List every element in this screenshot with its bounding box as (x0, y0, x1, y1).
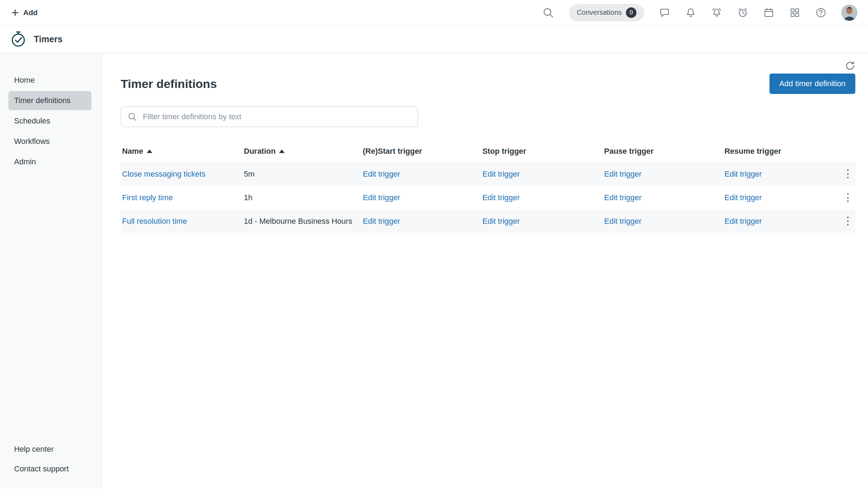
timer-definitions-table: Name Duration (Re)Start trigger Stop tri… (121, 140, 855, 233)
timer-name-link[interactable]: First reply time (122, 193, 173, 202)
column-header-stop-trigger: Stop trigger (481, 140, 603, 162)
bell-icon[interactable] (685, 7, 696, 18)
table-row: First reply time 1h Edit trigger Edit tr… (121, 186, 855, 209)
chat-icon[interactable] (659, 7, 670, 18)
conversations-button[interactable]: Conversations 0 (569, 4, 644, 21)
edit-resume-trigger-link[interactable]: Edit trigger (724, 193, 762, 202)
sidebar-item-schedules[interactable]: Schedules (8, 112, 91, 131)
column-header-pause-trigger: Pause trigger (603, 140, 723, 162)
sidebar: Home Timer definitions Schedules Workflo… (0, 53, 102, 489)
avatar-image (841, 5, 857, 21)
conversations-count-badge: 0 (626, 7, 636, 18)
edit-restart-trigger-link[interactable]: Edit trigger (363, 170, 400, 178)
heading-row: Timer definitions Add timer definition (121, 74, 855, 94)
conversations-label: Conversations (577, 8, 622, 17)
sidebar-footer: Help center Contact support (0, 439, 102, 489)
edit-stop-trigger-link[interactable]: Edit trigger (482, 170, 520, 178)
add-timer-definition-button[interactable]: Add timer definition (769, 74, 855, 94)
table-header-row: Name Duration (Re)Start trigger Stop tri… (121, 140, 855, 162)
column-header-resume-trigger: Resume trigger (723, 140, 839, 162)
filter-search-icon (127, 112, 137, 122)
sidebar-item-timer-definitions[interactable]: Timer definitions (8, 91, 91, 110)
app-title: Timers (34, 34, 63, 44)
timer-name-link[interactable]: Close messaging tickets (122, 170, 205, 178)
top-bar-right: Conversations 0 (542, 4, 857, 21)
edit-restart-trigger-link[interactable]: Edit trigger (363, 193, 400, 202)
apps-grid-icon[interactable] (789, 7, 800, 18)
main-content: Timer definitions Add timer definition N… (102, 53, 868, 489)
alarm-clock-icon[interactable] (737, 7, 748, 18)
page-title: Timer definitions (121, 77, 217, 91)
edit-resume-trigger-link[interactable]: Edit trigger (724, 170, 762, 178)
edit-pause-trigger-link[interactable]: Edit trigger (604, 170, 641, 178)
sidebar-item-admin[interactable]: Admin (8, 152, 91, 171)
table-row: Full resolution time 1d - Melbourne Busi… (121, 209, 855, 233)
app-bar: Timers (0, 25, 868, 53)
row-overflow-menu-icon[interactable]: ⋮ (841, 169, 855, 179)
plus-icon (11, 9, 19, 17)
edit-stop-trigger-link[interactable]: Edit trigger (482, 193, 520, 202)
avatar[interactable] (841, 5, 857, 21)
sort-asc-icon (147, 150, 152, 153)
timer-duration: 5m (242, 162, 361, 186)
sidebar-item-workflows[interactable]: Workflows (8, 132, 91, 151)
column-header-restart-trigger: (Re)Start trigger (361, 140, 481, 162)
edit-pause-trigger-link[interactable]: Edit trigger (604, 217, 641, 226)
timers-logo-icon (9, 30, 27, 48)
help-center-link[interactable]: Help center (0, 439, 102, 459)
table-row: Close messaging tickets 5m Edit trigger … (121, 162, 855, 186)
search-icon[interactable] (542, 7, 554, 19)
layout: Home Timer definitions Schedules Workflo… (0, 53, 868, 489)
refresh-icon[interactable] (845, 59, 855, 73)
refresh-row (121, 53, 855, 73)
edit-restart-trigger-link[interactable]: Edit trigger (363, 217, 400, 226)
contact-support-link[interactable]: Contact support (0, 459, 102, 479)
calendar-icon[interactable] (763, 7, 774, 18)
help-icon[interactable] (815, 7, 826, 18)
timer-name-link[interactable]: Full resolution time (122, 217, 187, 226)
filter-input[interactable] (142, 112, 411, 122)
filter-box (121, 107, 418, 127)
add-button[interactable]: Add (11, 8, 38, 17)
timer-duration: 1d - Melbourne Business Hours (242, 209, 361, 233)
row-overflow-menu-icon[interactable]: ⋮ (841, 216, 855, 226)
edit-resume-trigger-link[interactable]: Edit trigger (724, 217, 762, 226)
column-header-name[interactable]: Name (121, 140, 242, 162)
row-overflow-menu-icon[interactable]: ⋮ (841, 192, 855, 203)
timer-duration: 1h (242, 186, 361, 209)
edit-pause-trigger-link[interactable]: Edit trigger (604, 193, 641, 202)
column-header-duration[interactable]: Duration (242, 140, 361, 162)
sort-asc-icon (279, 150, 285, 153)
alerts-bell-icon[interactable] (711, 7, 722, 18)
top-bar: Add Conversations 0 (0, 0, 868, 25)
sidebar-item-home[interactable]: Home (8, 71, 91, 90)
edit-stop-trigger-link[interactable]: Edit trigger (482, 217, 520, 226)
add-button-label: Add (23, 8, 38, 17)
